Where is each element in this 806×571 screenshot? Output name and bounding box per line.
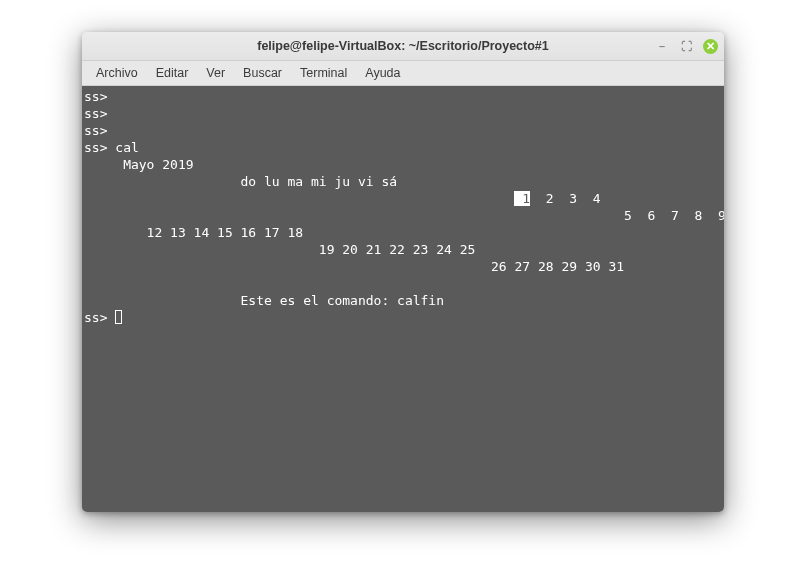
- terminal-body[interactable]: ss> ss> ss> ss> cal Mayo 2019 do lu ma m…: [82, 86, 724, 512]
- term-line: 12 13 14 15 16 17 18: [84, 225, 319, 240]
- term-line: ss>: [84, 310, 115, 325]
- highlighted-day: 1: [514, 191, 530, 206]
- term-line: [84, 276, 256, 291]
- close-button[interactable]: ✕: [703, 39, 718, 54]
- term-line: do lu ma mi ju vi sá: [84, 174, 413, 189]
- term-line: 19 20 21 22 23 24 25: [84, 242, 491, 257]
- window-title: felipe@felipe-VirtualBox: ~/Escritorio/P…: [257, 39, 549, 53]
- cursor: [115, 310, 122, 324]
- term-line: ss>: [84, 89, 107, 104]
- term-line: ss>: [84, 106, 107, 121]
- terminal-window: felipe@felipe-VirtualBox: ~/Escritorio/P…: [82, 32, 724, 512]
- term-line: Mayo 2019: [84, 157, 248, 172]
- term-line: [84, 191, 514, 206]
- menubar: Archivo Editar Ver Buscar Terminal Ayuda: [82, 61, 724, 86]
- term-line: 26 27 28 29 30 31: [84, 259, 640, 274]
- term-line: 5 6 7 8 9 10 11: [84, 208, 724, 223]
- term-line: ss> cal: [84, 140, 139, 155]
- menu-editar[interactable]: Editar: [148, 64, 197, 82]
- menu-ver[interactable]: Ver: [198, 64, 233, 82]
- window-controls: – ⛶ ✕: [655, 32, 718, 60]
- menu-archivo[interactable]: Archivo: [88, 64, 146, 82]
- term-line: ss>: [84, 123, 107, 138]
- titlebar: felipe@felipe-VirtualBox: ~/Escritorio/P…: [82, 32, 724, 61]
- menu-buscar[interactable]: Buscar: [235, 64, 290, 82]
- menu-terminal[interactable]: Terminal: [292, 64, 355, 82]
- minimize-button[interactable]: –: [655, 39, 669, 53]
- menu-ayuda[interactable]: Ayuda: [357, 64, 408, 82]
- term-line: Este es el comando: calfin: [84, 293, 444, 308]
- maximize-button[interactable]: ⛶: [679, 39, 693, 53]
- term-line: 2 3 4: [530, 191, 616, 206]
